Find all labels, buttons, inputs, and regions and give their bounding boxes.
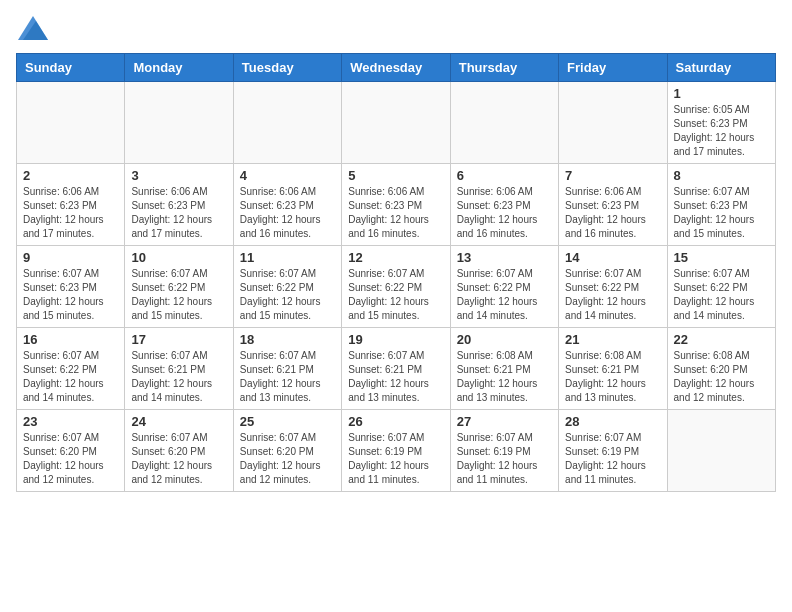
calendar-cell: [17, 82, 125, 164]
calendar-cell: 17Sunrise: 6:07 AM Sunset: 6:21 PM Dayli…: [125, 328, 233, 410]
day-number: 20: [457, 332, 552, 347]
calendar-cell: 11Sunrise: 6:07 AM Sunset: 6:22 PM Dayli…: [233, 246, 341, 328]
calendar-cell: [450, 82, 558, 164]
day-info: Sunrise: 6:08 AM Sunset: 6:20 PM Dayligh…: [674, 349, 769, 405]
calendar-cell: 19Sunrise: 6:07 AM Sunset: 6:21 PM Dayli…: [342, 328, 450, 410]
day-number: 27: [457, 414, 552, 429]
day-number: 12: [348, 250, 443, 265]
day-number: 9: [23, 250, 118, 265]
day-number: 1: [674, 86, 769, 101]
page-header: [16, 16, 776, 45]
logo: [16, 16, 48, 45]
day-number: 8: [674, 168, 769, 183]
day-number: 11: [240, 250, 335, 265]
day-number: 25: [240, 414, 335, 429]
day-info: Sunrise: 6:06 AM Sunset: 6:23 PM Dayligh…: [23, 185, 118, 241]
day-number: 6: [457, 168, 552, 183]
calendar-cell: 8Sunrise: 6:07 AM Sunset: 6:23 PM Daylig…: [667, 164, 775, 246]
day-info: Sunrise: 6:07 AM Sunset: 6:20 PM Dayligh…: [240, 431, 335, 487]
calendar-week-2: 2Sunrise: 6:06 AM Sunset: 6:23 PM Daylig…: [17, 164, 776, 246]
day-number: 22: [674, 332, 769, 347]
day-info: Sunrise: 6:07 AM Sunset: 6:22 PM Dayligh…: [457, 267, 552, 323]
calendar-cell: [559, 82, 667, 164]
day-number: 26: [348, 414, 443, 429]
weekday-saturday: Saturday: [667, 54, 775, 82]
day-info: Sunrise: 6:07 AM Sunset: 6:19 PM Dayligh…: [457, 431, 552, 487]
day-info: Sunrise: 6:07 AM Sunset: 6:22 PM Dayligh…: [348, 267, 443, 323]
calendar-cell: 25Sunrise: 6:07 AM Sunset: 6:20 PM Dayli…: [233, 410, 341, 492]
weekday-thursday: Thursday: [450, 54, 558, 82]
weekday-tuesday: Tuesday: [233, 54, 341, 82]
calendar-cell: 22Sunrise: 6:08 AM Sunset: 6:20 PM Dayli…: [667, 328, 775, 410]
calendar-cell: 5Sunrise: 6:06 AM Sunset: 6:23 PM Daylig…: [342, 164, 450, 246]
calendar-cell: 20Sunrise: 6:08 AM Sunset: 6:21 PM Dayli…: [450, 328, 558, 410]
day-info: Sunrise: 6:07 AM Sunset: 6:19 PM Dayligh…: [565, 431, 660, 487]
calendar-cell: [667, 410, 775, 492]
calendar-cell: [125, 82, 233, 164]
day-number: 28: [565, 414, 660, 429]
day-info: Sunrise: 6:07 AM Sunset: 6:21 PM Dayligh…: [240, 349, 335, 405]
day-info: Sunrise: 6:06 AM Sunset: 6:23 PM Dayligh…: [565, 185, 660, 241]
day-info: Sunrise: 6:07 AM Sunset: 6:23 PM Dayligh…: [674, 185, 769, 241]
calendar-cell: 4Sunrise: 6:06 AM Sunset: 6:23 PM Daylig…: [233, 164, 341, 246]
day-info: Sunrise: 6:08 AM Sunset: 6:21 PM Dayligh…: [565, 349, 660, 405]
calendar-table: SundayMondayTuesdayWednesdayThursdayFrid…: [16, 53, 776, 492]
day-info: Sunrise: 6:07 AM Sunset: 6:21 PM Dayligh…: [348, 349, 443, 405]
calendar-cell: 1Sunrise: 6:05 AM Sunset: 6:23 PM Daylig…: [667, 82, 775, 164]
calendar-cell: [233, 82, 341, 164]
day-number: 2: [23, 168, 118, 183]
day-number: 3: [131, 168, 226, 183]
day-info: Sunrise: 6:07 AM Sunset: 6:21 PM Dayligh…: [131, 349, 226, 405]
weekday-sunday: Sunday: [17, 54, 125, 82]
day-info: Sunrise: 6:07 AM Sunset: 6:22 PM Dayligh…: [23, 349, 118, 405]
calendar-cell: [342, 82, 450, 164]
calendar-cell: 6Sunrise: 6:06 AM Sunset: 6:23 PM Daylig…: [450, 164, 558, 246]
day-info: Sunrise: 6:06 AM Sunset: 6:23 PM Dayligh…: [457, 185, 552, 241]
calendar-cell: 3Sunrise: 6:06 AM Sunset: 6:23 PM Daylig…: [125, 164, 233, 246]
day-number: 16: [23, 332, 118, 347]
logo-icon: [18, 16, 48, 40]
weekday-header-row: SundayMondayTuesdayWednesdayThursdayFrid…: [17, 54, 776, 82]
day-info: Sunrise: 6:07 AM Sunset: 6:20 PM Dayligh…: [131, 431, 226, 487]
calendar-week-5: 23Sunrise: 6:07 AM Sunset: 6:20 PM Dayli…: [17, 410, 776, 492]
calendar-cell: 27Sunrise: 6:07 AM Sunset: 6:19 PM Dayli…: [450, 410, 558, 492]
calendar-cell: 12Sunrise: 6:07 AM Sunset: 6:22 PM Dayli…: [342, 246, 450, 328]
day-info: Sunrise: 6:06 AM Sunset: 6:23 PM Dayligh…: [348, 185, 443, 241]
day-info: Sunrise: 6:07 AM Sunset: 6:19 PM Dayligh…: [348, 431, 443, 487]
day-number: 7: [565, 168, 660, 183]
day-number: 24: [131, 414, 226, 429]
day-info: Sunrise: 6:07 AM Sunset: 6:20 PM Dayligh…: [23, 431, 118, 487]
day-number: 23: [23, 414, 118, 429]
day-info: Sunrise: 6:06 AM Sunset: 6:23 PM Dayligh…: [131, 185, 226, 241]
day-info: Sunrise: 6:05 AM Sunset: 6:23 PM Dayligh…: [674, 103, 769, 159]
calendar-cell: 2Sunrise: 6:06 AM Sunset: 6:23 PM Daylig…: [17, 164, 125, 246]
day-number: 17: [131, 332, 226, 347]
day-info: Sunrise: 6:06 AM Sunset: 6:23 PM Dayligh…: [240, 185, 335, 241]
day-info: Sunrise: 6:07 AM Sunset: 6:22 PM Dayligh…: [674, 267, 769, 323]
day-info: Sunrise: 6:07 AM Sunset: 6:22 PM Dayligh…: [240, 267, 335, 323]
calendar-cell: 23Sunrise: 6:07 AM Sunset: 6:20 PM Dayli…: [17, 410, 125, 492]
calendar-cell: 15Sunrise: 6:07 AM Sunset: 6:22 PM Dayli…: [667, 246, 775, 328]
calendar-cell: 24Sunrise: 6:07 AM Sunset: 6:20 PM Dayli…: [125, 410, 233, 492]
day-info: Sunrise: 6:07 AM Sunset: 6:22 PM Dayligh…: [131, 267, 226, 323]
calendar-cell: 9Sunrise: 6:07 AM Sunset: 6:23 PM Daylig…: [17, 246, 125, 328]
calendar-cell: 28Sunrise: 6:07 AM Sunset: 6:19 PM Dayli…: [559, 410, 667, 492]
calendar-cell: 16Sunrise: 6:07 AM Sunset: 6:22 PM Dayli…: [17, 328, 125, 410]
calendar-cell: 14Sunrise: 6:07 AM Sunset: 6:22 PM Dayli…: [559, 246, 667, 328]
calendar-week-3: 9Sunrise: 6:07 AM Sunset: 6:23 PM Daylig…: [17, 246, 776, 328]
calendar-cell: 10Sunrise: 6:07 AM Sunset: 6:22 PM Dayli…: [125, 246, 233, 328]
calendar-cell: 21Sunrise: 6:08 AM Sunset: 6:21 PM Dayli…: [559, 328, 667, 410]
weekday-friday: Friday: [559, 54, 667, 82]
day-number: 15: [674, 250, 769, 265]
day-number: 5: [348, 168, 443, 183]
day-info: Sunrise: 6:08 AM Sunset: 6:21 PM Dayligh…: [457, 349, 552, 405]
calendar-cell: 13Sunrise: 6:07 AM Sunset: 6:22 PM Dayli…: [450, 246, 558, 328]
day-info: Sunrise: 6:07 AM Sunset: 6:22 PM Dayligh…: [565, 267, 660, 323]
day-number: 18: [240, 332, 335, 347]
calendar-cell: 18Sunrise: 6:07 AM Sunset: 6:21 PM Dayli…: [233, 328, 341, 410]
weekday-monday: Monday: [125, 54, 233, 82]
calendar-cell: 26Sunrise: 6:07 AM Sunset: 6:19 PM Dayli…: [342, 410, 450, 492]
day-number: 21: [565, 332, 660, 347]
day-number: 13: [457, 250, 552, 265]
day-number: 4: [240, 168, 335, 183]
